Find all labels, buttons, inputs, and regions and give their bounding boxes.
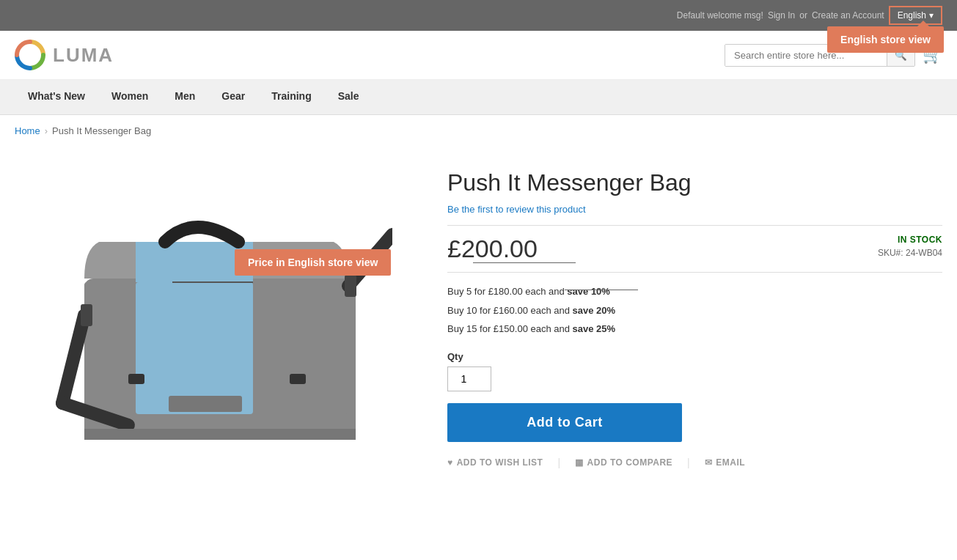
create-account-link[interactable]: Create an Account <box>812 10 884 21</box>
language-button[interactable]: English ▾ <box>889 6 942 25</box>
review-link[interactable]: Be the first to review this product <box>447 204 942 215</box>
or-text: or <box>799 10 807 21</box>
svg-rect-4 <box>253 282 348 414</box>
nav-item-sale[interactable]: Sale <box>325 80 373 114</box>
svg-rect-8 <box>128 374 144 384</box>
logo-link[interactable]: LUMA <box>15 40 114 70</box>
lang-label: English <box>898 10 926 21</box>
top-bar: Default welcome msg! Sign In or Create a… <box>0 0 957 31</box>
nav-item-men[interactable]: Men <box>161 80 208 114</box>
svg-line-5 <box>62 315 84 403</box>
tier-prices: Buy 5 for £180.00 each and save 10% Buy … <box>447 284 942 336</box>
header: LUMA 🔍 🛒 <box>0 31 957 80</box>
sku-label: SKU#: <box>878 248 903 258</box>
nav-item-whats-new[interactable]: What's New <box>15 80 98 114</box>
price-stock-row: £200.00 IN STOCK SKU#: 24-WB04 <box>447 225 942 273</box>
email-icon: ✉ <box>705 457 713 468</box>
qty-section: Qty <box>447 351 942 391</box>
sku-info: SKU#: 24-WB04 <box>878 248 942 258</box>
qty-label: Qty <box>447 351 942 362</box>
breadcrumb-separator: › <box>45 125 48 136</box>
svg-rect-13 <box>81 304 92 326</box>
svg-rect-2 <box>136 282 253 414</box>
add-to-cart-button[interactable]: Add to Cart <box>447 403 682 442</box>
product-name: Push It Messenger Bag <box>447 169 942 196</box>
chevron-down-icon: ▾ <box>929 10 934 21</box>
wish-list-link[interactable]: ♥ ADD TO WISH LIST <box>447 457 543 468</box>
product-image <box>40 176 392 454</box>
compare-label: ADD TO COMPARE <box>587 457 673 468</box>
store-view-tooltip: English store view <box>827 26 944 53</box>
sku-value: 24-WB04 <box>906 248 942 258</box>
svg-rect-10 <box>169 396 242 412</box>
breadcrumb-home[interactable]: Home <box>15 125 40 136</box>
compare-icon: ▩ <box>575 457 584 468</box>
welcome-msg: Default welcome msg! <box>677 10 763 21</box>
svg-rect-9 <box>290 374 306 384</box>
product-page: Price in English store view <box>0 147 957 498</box>
price-tooltip-line <box>473 262 576 263</box>
luma-logo-icon <box>15 40 45 70</box>
tier-price-1: Buy 5 for £180.00 each and save 10% <box>447 284 942 299</box>
breadcrumb-current: Push It Messenger Bag <box>52 125 151 136</box>
nav-item-training[interactable]: Training <box>258 80 324 114</box>
heart-icon: ♥ <box>447 457 453 468</box>
action-separator-2: | <box>687 457 690 468</box>
wish-list-label: ADD TO WISH LIST <box>457 457 543 468</box>
product-image-column: Price in English store view <box>15 161 418 469</box>
email-link[interactable]: ✉ EMAIL <box>705 457 745 468</box>
action-separator-1: | <box>557 457 560 468</box>
logo-text: LUMA <box>53 44 114 67</box>
breadcrumb: Home › Push It Messenger Bag <box>0 115 957 147</box>
stock-sku: IN STOCK SKU#: 24-WB04 <box>878 235 942 258</box>
in-stock-badge: IN STOCK <box>878 235 942 245</box>
svg-rect-14 <box>345 275 356 297</box>
price-tooltip: Price in English store view <box>235 249 391 276</box>
nav-item-gear[interactable]: Gear <box>208 80 258 114</box>
tier-price-3: Buy 15 for £150.00 each and save 25% <box>447 322 942 336</box>
nav-item-women[interactable]: Women <box>98 80 161 114</box>
product-detail-column: Push It Messenger Bag Be the first to re… <box>447 161 942 469</box>
svg-rect-11 <box>84 429 356 440</box>
tier-price-2: Buy 10 for £160.00 each and save 20% <box>447 303 942 318</box>
email-label: EMAIL <box>716 457 745 468</box>
action-links: ♥ ADD TO WISH LIST | ▩ ADD TO COMPARE | … <box>447 457 942 468</box>
price-display: £200.00 <box>447 235 538 263</box>
svg-rect-3 <box>84 282 136 414</box>
sign-in-link[interactable]: Sign In <box>768 10 795 21</box>
product-image-wrap <box>15 161 418 469</box>
compare-link[interactable]: ▩ ADD TO COMPARE <box>575 457 672 468</box>
main-nav: What's New Women Men Gear Training Sale <box>0 80 957 115</box>
qty-input[interactable] <box>447 366 491 391</box>
